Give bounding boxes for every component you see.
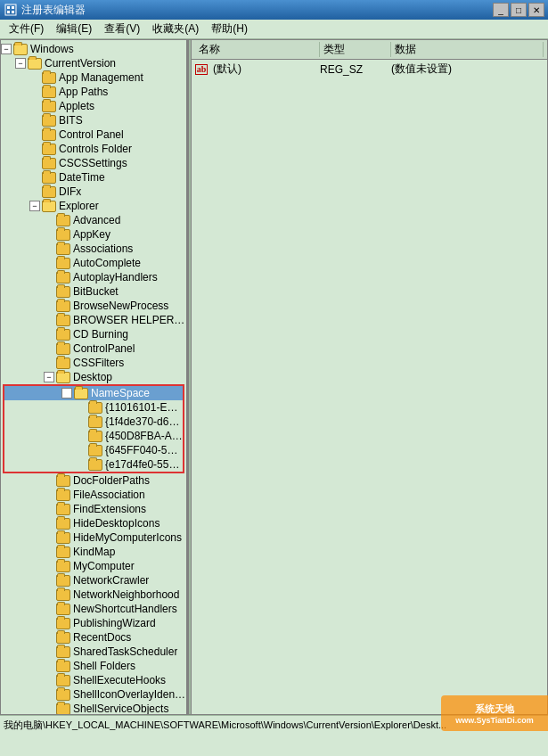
value-type-cell: REG_SZ xyxy=(320,63,391,76)
tree-item-appkey[interactable]: AppKey xyxy=(1,227,186,242)
tree-item-cdburning[interactable]: CD Burning xyxy=(1,327,186,341)
menu-favorites[interactable]: 收藏夹(A) xyxy=(147,20,204,38)
tree-item-namespace[interactable]: −NameSpace xyxy=(4,386,183,400)
tree-item-shellfolders[interactable]: Shell Folders xyxy=(1,659,186,673)
tree-item-fileassociation[interactable]: FileAssociation xyxy=(1,488,186,502)
value-name: (默认) xyxy=(213,62,241,77)
svg-rect-1 xyxy=(7,6,10,9)
expand-icon[interactable]: − xyxy=(29,201,40,211)
svg-rect-0 xyxy=(5,4,16,15)
tree-item-label: HideDesktopIcons xyxy=(73,517,159,530)
menu-help[interactable]: 帮助(H) xyxy=(206,20,253,38)
tree-item-hidedesktopicons[interactable]: HideDesktopIcons xyxy=(1,516,186,530)
tree-item-label: ShellIconOverlayIdenti... xyxy=(73,688,186,701)
tree-item-applets[interactable]: Applets xyxy=(1,99,186,113)
tree-item-findextensions[interactable]: FindExtensions xyxy=(1,502,186,516)
tree-item-kindmap[interactable]: KindMap xyxy=(1,545,186,559)
tree-item-appmgmt[interactable]: App Management xyxy=(1,70,186,85)
tree-item-bits[interactable]: BITS xyxy=(1,113,186,127)
svg-rect-4 xyxy=(12,11,14,13)
tree-item-label: RecentDocs xyxy=(73,631,131,644)
folder-icon xyxy=(56,646,70,658)
folder-icon xyxy=(56,632,70,644)
tree-item-label: Applets xyxy=(59,100,94,112)
tree-item-cscssettings[interactable]: CSCSSettings xyxy=(1,156,186,170)
tree-item-guid1[interactable]: {11016101-E366-... xyxy=(4,400,183,415)
menu-view[interactable]: 查看(V) xyxy=(99,20,145,38)
tree-item-guid3[interactable]: {450D8FBA-AD25-... xyxy=(4,429,183,443)
registry-values-panel: 名称 类型 数据 ab (默认) REG_SZ (数值未设置) xyxy=(192,40,547,714)
tree-item-explorer[interactable]: −Explorer xyxy=(1,199,186,213)
tree-item-label: BROWSER HELPER OBJECTS xyxy=(73,314,186,326)
menu-edit[interactable]: 编辑(E) xyxy=(51,20,97,38)
tree-item-publishingwizard[interactable]: PublishingWizard xyxy=(1,616,186,630)
expand-icon[interactable]: − xyxy=(1,44,12,54)
tree-item-docfolderpaths[interactable]: DocFolderPaths xyxy=(1,473,186,488)
menu-file[interactable]: 文件(F) xyxy=(4,20,49,38)
folder-icon xyxy=(56,343,70,355)
window-controls: _ □ ✕ xyxy=(493,3,544,17)
tree-item-hidemycomputericons[interactable]: HideMyComputerIcons xyxy=(1,530,186,545)
registry-value-row[interactable]: ab (默认) REG_SZ (数值未设置) xyxy=(192,60,547,78)
status-text: 我的电脑\HKEY_LOCAL_MACHINE\SOFTWARE\Microso… xyxy=(4,719,446,732)
tree-item-guid4[interactable]: {645FF040-5081-... xyxy=(4,443,183,457)
tree-item-guid5[interactable]: {e17d4fe0-5584-... xyxy=(4,457,183,472)
tree-item-sharedtaskscheduler[interactable]: SharedTaskScheduler xyxy=(1,645,186,659)
tree-item-autoplayhandlers[interactable]: AutoplayHandlers xyxy=(1,270,186,284)
value-name-cell: ab (默认) xyxy=(195,62,320,77)
tree-item-label: NewShortcutHandlers xyxy=(73,603,177,615)
folder-icon xyxy=(56,489,70,501)
tree-item-browserhelper[interactable]: BROWSER HELPER OBJECTS xyxy=(1,313,186,327)
tree-item-cssfilters[interactable]: CSSFilters xyxy=(1,356,186,370)
tree-item-shelliconoverlay[interactable]: ShellIconOverlayIdenti... xyxy=(1,687,186,702)
folder-icon xyxy=(74,388,88,399)
tree-item-controlsfolder[interactable]: Controls Folder xyxy=(1,142,186,156)
tree-item-label: SharedTaskScheduler xyxy=(73,645,177,658)
tree-item-networkneighborhood[interactable]: NetworkNeighborhood xyxy=(1,588,186,602)
tree-item-mycomputer[interactable]: MyComputer xyxy=(1,559,186,573)
tree-item-shellserviceobjects[interactable]: ShellServiceObjects xyxy=(1,702,186,714)
tree-item-guid2[interactable]: {1f4de370-d627-... xyxy=(4,415,183,429)
tree-item-label: FindExtensions xyxy=(73,503,146,515)
col-header-data: 数据 xyxy=(391,42,544,57)
tree-item-advanced[interactable]: Advanced xyxy=(1,213,186,227)
tree-item-controlpanel2[interactable]: ControlPanel xyxy=(1,341,186,356)
tree-item-bitbucket[interactable]: BitBucket xyxy=(1,284,186,299)
folder-icon xyxy=(42,186,56,198)
tree-item-currentversion[interactable]: −CurrentVersion xyxy=(1,56,186,70)
tree-item-label: App Management xyxy=(59,71,143,84)
tree-item-label: ShellExecuteHooks xyxy=(73,674,166,686)
expand-icon[interactable]: − xyxy=(61,388,72,399)
expand-icon[interactable]: − xyxy=(44,372,54,382)
minimize-button[interactable]: _ xyxy=(493,3,509,17)
tree-item-label: Controls Folder xyxy=(59,143,132,155)
tree-item-difx[interactable]: DIFx xyxy=(1,185,186,199)
folder-icon xyxy=(28,58,42,70)
tree-item-desktop[interactable]: −Desktop xyxy=(1,370,186,384)
tree-item-label: {450D8FBA-AD25-... xyxy=(105,430,183,442)
folder-icon xyxy=(56,689,70,701)
folder-icon xyxy=(56,215,70,226)
tree-item-autocomplete[interactable]: AutoComplete xyxy=(1,256,186,270)
folder-icon xyxy=(88,459,102,471)
tree-item-apppaths[interactable]: App Paths xyxy=(1,85,186,99)
tree-item-label: AutoComplete xyxy=(73,257,141,269)
tree-item-browsenewprocess[interactable]: BrowseNewProcess xyxy=(1,299,186,313)
folder-icon xyxy=(56,243,70,255)
registry-tree[interactable]: −Windows−CurrentVersionApp ManagementApp… xyxy=(1,40,188,714)
tree-item-controlpanel[interactable]: Control Panel xyxy=(1,127,186,142)
tree-item-recentdocs[interactable]: RecentDocs xyxy=(1,630,186,645)
expand-icon[interactable]: − xyxy=(15,58,26,69)
folder-icon xyxy=(42,144,56,155)
tree-item-shellexecutehooks[interactable]: ShellExecuteHooks xyxy=(1,673,186,687)
tree-item-networkcrawler[interactable]: NetworkCrawler xyxy=(1,573,186,588)
folder-icon xyxy=(56,661,70,672)
maximize-button[interactable]: □ xyxy=(511,3,527,17)
close-button[interactable]: ✕ xyxy=(528,3,544,17)
tree-item-newshortcuthandlers[interactable]: NewShortcutHandlers xyxy=(1,602,186,616)
tree-item-datetime[interactable]: DateTime xyxy=(1,170,186,185)
folder-icon xyxy=(88,431,102,442)
folder-icon xyxy=(13,44,28,55)
tree-item-windows[interactable]: −Windows xyxy=(1,42,186,56)
tree-item-associations[interactable]: Associations xyxy=(1,242,186,256)
